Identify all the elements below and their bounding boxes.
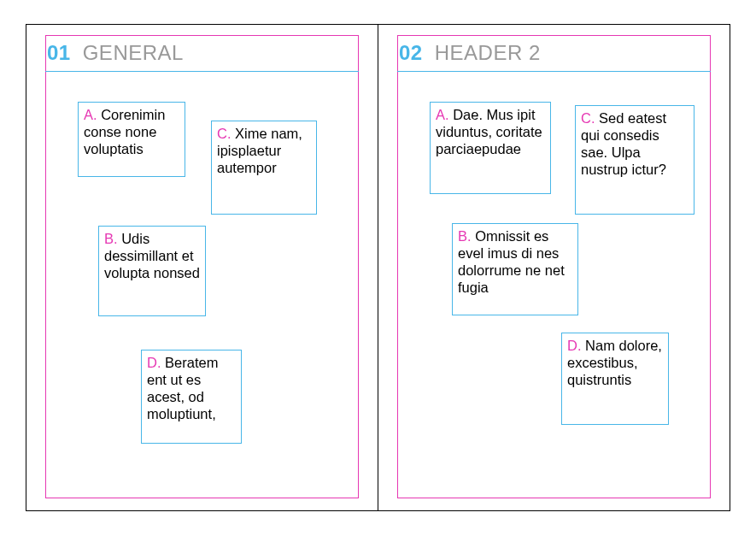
page-number: 01	[47, 41, 71, 65]
header-rule	[397, 71, 711, 72]
item-letter: B.	[458, 228, 472, 244]
text-frame-a[interactable]: A. Corenimin conse none voluptatis	[78, 102, 185, 177]
item-letter: A.	[436, 107, 449, 122]
text-frame-b[interactable]: B. Udis dessimillant et volupta nonsed	[98, 226, 206, 316]
page-left: 01 GENERAL A. Corenimin conse none volup…	[26, 25, 378, 510]
page-number: 02	[399, 41, 423, 65]
page-right: 02 HEADER 2 A. Dae. Mus ipit viduntus, c…	[378, 25, 730, 510]
text-frame-b[interactable]: B. Omnissit es evel imus di nes dolorrum…	[452, 223, 578, 315]
item-text: Udis dessimillant et volupta nonsed	[104, 231, 200, 280]
page-title: GENERAL	[83, 41, 184, 65]
page-title: HEADER 2	[435, 41, 541, 65]
text-frame-d[interactable]: D. Beratem ent ut es acest, od moluptiun…	[141, 350, 242, 444]
item-letter: D.	[567, 338, 582, 353]
text-frame-a[interactable]: A. Dae. Mus ipit viduntus, coritate parc…	[430, 102, 551, 194]
text-frame-d[interactable]: D. Nam dolore, excestibus, quistruntis	[561, 333, 669, 425]
item-letter: D.	[147, 355, 161, 370]
page-header: 02 HEADER 2	[397, 35, 711, 71]
page-spread: 01 GENERAL A. Corenimin conse none volup…	[26, 25, 730, 510]
document-canvas: 01 GENERAL A. Corenimin conse none volup…	[26, 24, 730, 511]
item-text: Dae. Mus ipit viduntus, coritate parciae…	[436, 107, 542, 156]
item-letter: B.	[104, 231, 118, 246]
item-letter: A.	[84, 107, 97, 122]
text-frame-c[interactable]: C. Sed eatest qui consedis sae. Ulpa nus…	[575, 105, 694, 215]
item-text: Nam dolore, excestibus, quistruntis	[567, 338, 662, 387]
text-frame-c[interactable]: C. Xime nam, ipisplaetur autempor	[211, 121, 317, 215]
page-content: A. Dae. Mus ipit viduntus, coritate parc…	[397, 76, 711, 498]
page-content: A. Corenimin conse none voluptatis C. Xi…	[45, 76, 359, 498]
page-header: 01 GENERAL	[45, 35, 359, 71]
item-text: Omnissit es evel imus di nes dolorrume n…	[458, 228, 565, 295]
item-letter: C.	[217, 126, 231, 141]
header-rule	[45, 71, 359, 72]
item-letter: C.	[581, 110, 595, 126]
